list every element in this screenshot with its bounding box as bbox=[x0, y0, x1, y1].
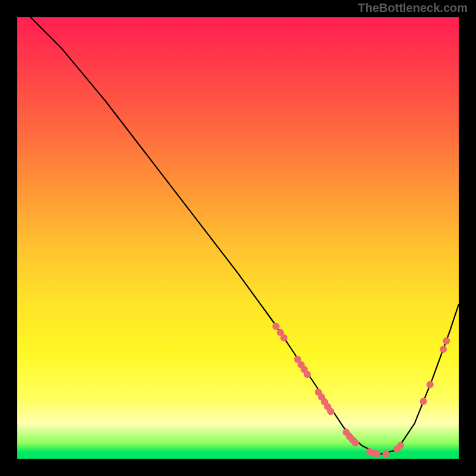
data-marker bbox=[273, 322, 280, 330]
curve-line bbox=[30, 17, 459, 455]
chart-container: TheBottleneck.com bbox=[0, 0, 476, 476]
data-marker bbox=[383, 450, 390, 458]
watermark-text: TheBottleneck.com bbox=[358, 1, 468, 15]
curve-markers bbox=[273, 322, 450, 457]
data-marker bbox=[420, 398, 427, 405]
data-marker bbox=[352, 439, 359, 446]
data-marker bbox=[440, 346, 447, 353]
chart-svg bbox=[17, 17, 459, 459]
data-marker bbox=[374, 450, 381, 458]
plot-area bbox=[17, 17, 459, 459]
data-marker bbox=[443, 337, 450, 345]
data-marker bbox=[327, 408, 334, 415]
data-marker bbox=[304, 371, 311, 378]
data-marker bbox=[397, 442, 404, 449]
data-marker bbox=[280, 334, 287, 342]
data-marker bbox=[427, 381, 434, 388]
